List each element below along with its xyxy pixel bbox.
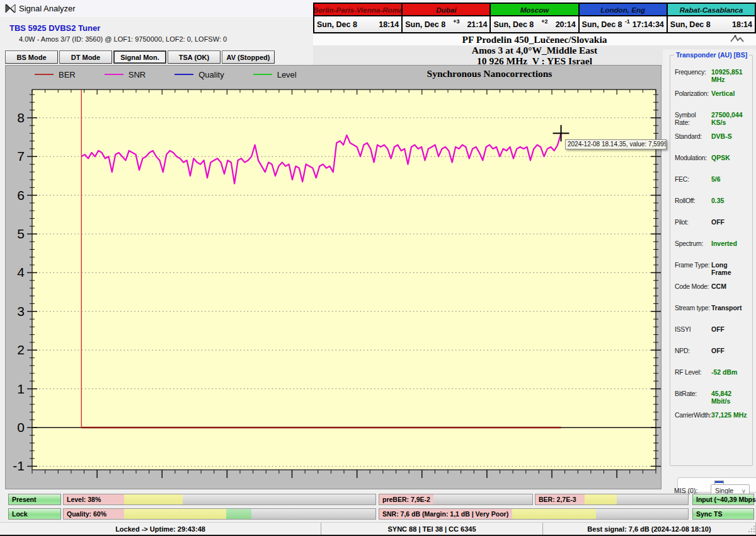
mode-button-bs-mode[interactable]: BS Mode xyxy=(5,50,58,64)
legend-item-quality: Quality xyxy=(175,69,224,80)
transponder-field-label: RF Level: xyxy=(675,368,711,377)
progress-bar-quality: Quality: 60% xyxy=(63,508,376,520)
legend-item-level: Level xyxy=(253,69,297,80)
progress-label: preBER: 7,9E-2 xyxy=(379,494,433,504)
svg-text:-1: -1 xyxy=(13,458,25,473)
clock-time: 18:14 xyxy=(379,20,399,29)
transponder-row-code-mode-: Code Mode:CCM xyxy=(675,283,749,291)
transponder-row-spectrum-: Spectrum:Inverted xyxy=(675,240,749,248)
transponder-field-label: Standard: xyxy=(675,132,711,141)
transponder-row-issyi: ISSYIOFF xyxy=(675,325,749,334)
transponder-field-label: Polarization: xyxy=(675,90,711,98)
transponder-field-value: Long Frame xyxy=(711,261,749,270)
progress-bar-preber: preBER: 7,9E-2 xyxy=(379,494,533,505)
clock-date: Sun, Dec 8 xyxy=(670,20,711,29)
transponder-row-stream-type-: Stream type:Transport xyxy=(675,304,749,313)
transponder-field-value: 37,125 MHz xyxy=(711,411,747,420)
window-title: Signal Analyzer xyxy=(19,4,76,13)
clock-utc-offset: +3 xyxy=(445,18,467,25)
transponder-field-label: ISSYI xyxy=(675,325,711,334)
transponder-field-value: QPSK xyxy=(711,154,730,163)
mode-button-tsa-ok-[interactable]: TSA (OK) xyxy=(168,50,220,64)
transponder-row-rolloff-: RollOff:0.35 xyxy=(675,197,749,206)
site-header-line4: Synchronous Nanocorrections xyxy=(313,67,665,80)
legend-line-swatch xyxy=(253,74,272,75)
mode-button-av-stopped-[interactable]: AV (Stopped) xyxy=(222,50,275,64)
clock-moscow: MoscowSun, Dec 8+220:14 xyxy=(491,4,579,32)
legend-label: BER xyxy=(59,70,76,79)
resize-grip[interactable] xyxy=(748,525,755,533)
transponder-field-value: CCM xyxy=(711,283,726,291)
transponder-row-frequency-: Frequency:10925,851 MHz xyxy=(675,68,749,77)
legend-line-swatch xyxy=(105,74,123,75)
transponder-row-pilot-: Pilot:OFF xyxy=(675,218,749,227)
transponder-field-value: OFF xyxy=(711,347,724,356)
world-clocks: Berlin-Paris-Vienna-RomaSun, Dec 818:14D… xyxy=(313,3,756,33)
transponder-panel: Transponder (AU) [BS] Frequency:10925,85… xyxy=(663,49,756,491)
mode-button-dt-mode[interactable]: DT Mode xyxy=(59,50,112,64)
input-rate-badge: Input (~40,39 Mbps) xyxy=(692,494,754,505)
clock-city-label: Berlin-Paris-Vienna-Roma xyxy=(314,4,401,16)
status-sync-counters: SYNC 88 | TEI 38 | CC 6345 xyxy=(321,523,543,535)
clock-city-label: Moscow xyxy=(491,4,578,16)
transponder-row-symbol-rate-: Symbol Rate:27500,044 KS/s xyxy=(675,111,749,120)
transponder-field-label: Pilot: xyxy=(675,218,711,227)
clock-city-label: London, Eng xyxy=(580,4,667,16)
transponder-row-polarization-: Polarization:Vertical xyxy=(675,90,749,98)
transponder-field-label: BitRate: xyxy=(675,390,711,399)
transponder-field-value: -52 dBm xyxy=(711,368,737,377)
transponder-field-value: 27500,044 KS/s xyxy=(711,111,749,120)
svg-text:2: 2 xyxy=(17,342,25,357)
clock-time-cell: Sun, Dec 8-117:14:34 xyxy=(580,16,667,32)
clock-berlin-paris-vienna-roma: Berlin-Paris-Vienna-RomaSun, Dec 818:14 xyxy=(314,4,403,32)
transponder-field-label: CarrierWidth: xyxy=(675,411,711,420)
svg-text:5: 5 xyxy=(17,226,25,241)
clock-city-label: Rabat-Casablanca xyxy=(668,4,755,16)
progress-label: Level: 38% xyxy=(64,494,124,504)
transponder-title: Transponder (AU) [BS] xyxy=(674,51,749,59)
transponder-row-rf-level-: RF Level:-52 dBm xyxy=(675,368,749,377)
progress-label: BER: 2,7E-3 xyxy=(536,494,585,504)
site-header-line1: PF Prodelin 450_Lučenec/Slovakia xyxy=(313,34,756,45)
transponder-row-frame-type-: Frame Type:Long Frame xyxy=(675,261,749,270)
sync-ts-badge: Sync TS xyxy=(692,508,754,520)
mode-button-signal-mon-[interactable]: Signal Mon. xyxy=(113,50,166,64)
progress-bar-ber: BER: 2,7E-3 xyxy=(535,494,689,505)
svg-text:1: 1 xyxy=(17,382,25,396)
legend-label: SNR xyxy=(129,70,146,79)
mode-button-row: BS ModeDT ModeSignal Mon.TSA (OK)AV (Sto… xyxy=(5,50,275,64)
progress-bar-level: Level: 38% xyxy=(63,494,376,505)
transponder-field-label: FEC: xyxy=(675,175,711,184)
clock-date: Sun, Dec 8 xyxy=(582,20,622,29)
transponder-field-value: 10925,851 MHz xyxy=(711,68,749,77)
transponder-row-standard-: Standard:DVB-S xyxy=(675,132,749,141)
clock-time-cell: Sun, Dec 8+321:14 xyxy=(403,16,490,32)
chart-tooltip: 2024-12-08 18.14.35, value: 7,5999999046… xyxy=(565,139,667,149)
svg-text:6: 6 xyxy=(17,188,25,202)
transponder-field-label: Spectrum: xyxy=(675,240,711,248)
clock-dubai: DubaiSun, Dec 8+321:14 xyxy=(403,4,491,32)
progress-label: SNR: 7,6 dB (Margin: 1,1 dB | Very Poor) xyxy=(379,509,512,519)
clock-time: 21:14 xyxy=(467,20,487,29)
status-bar: Locked -> Uptime: 29:43:48 SYNC 88 | TEI… xyxy=(0,522,756,535)
legend-item-snr: SNR xyxy=(105,69,146,80)
clock-date: Sun, Dec 8 xyxy=(405,20,445,29)
transponder-row-bitrate-: BitRate:45,842 Mbit/s xyxy=(675,390,749,399)
clock-time-cell: Sun, Dec 818:14 xyxy=(668,16,755,32)
clock-city-label: Dubai xyxy=(403,4,490,16)
transponder-field-value: 0.35 xyxy=(711,197,724,206)
progress-bar-snr: SNR: 7,6 dB (Margin: 1,1 dB | Very Poor) xyxy=(379,508,689,520)
transponder-field-value: OFF xyxy=(711,325,724,334)
clock-date: Sun, Dec 8 xyxy=(317,20,357,29)
signal-chart[interactable]: BERSNRQualityLevel -1012345678 xyxy=(5,65,662,489)
transponder-field-label: Frame Type: xyxy=(675,261,711,270)
transponder-field-value: Transport xyxy=(711,304,742,313)
legend-line-swatch xyxy=(35,74,54,75)
legend-line-swatch xyxy=(175,74,193,75)
transponder-field-value: Vertical xyxy=(711,90,735,98)
clock-time-cell: Sun, Dec 8+220:14 xyxy=(491,16,578,32)
progress-label: Quality: 60% xyxy=(64,509,124,519)
transponder-row-npd-: NPD:OFF xyxy=(675,347,749,356)
svg-text:7: 7 xyxy=(17,149,25,163)
plot-area[interactable]: -1012345678 xyxy=(6,66,662,490)
